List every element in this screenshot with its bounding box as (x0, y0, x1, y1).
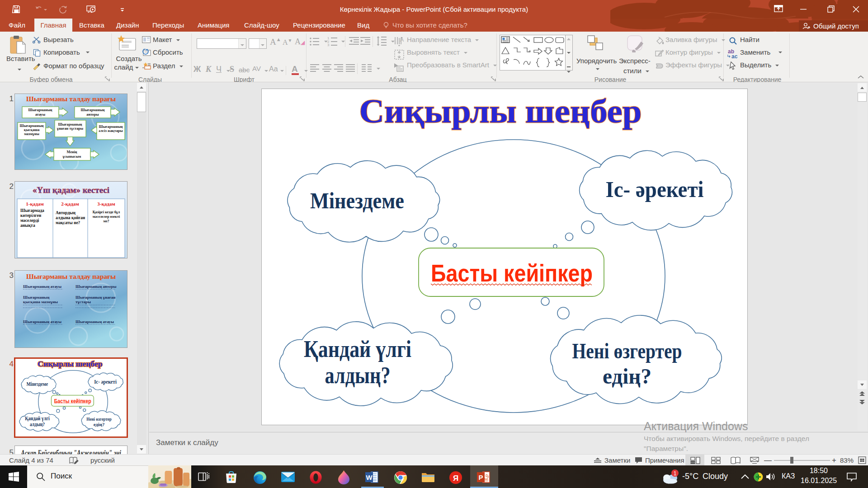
svg-text:қысқаша мазмұны: қысқаша мазмұны (23, 300, 58, 304)
svg-text:Шығарманың: Шығарманың (23, 295, 49, 300)
svg-text:әлсіз жақтары: әлсіз жақтары (99, 129, 123, 133)
svg-text:Шығарманың: Шығарманың (28, 108, 52, 112)
svg-text:Қазіргі кезде бұл: Қазіргі кезде бұл (93, 210, 120, 214)
svg-text:мазмұны: мазмұны (24, 132, 39, 136)
svg-text:Шығарманың: Шығарманың (19, 124, 43, 128)
svg-text:едің?: едің? (603, 364, 651, 388)
svg-text:Шығарманың атауы: Шығарманың атауы (23, 319, 61, 324)
svg-text:P: P (478, 474, 483, 481)
svg-text:ме?: ме? (104, 219, 109, 223)
svg-text:Шығарманың ұнаған: Шығарманың ұнаған (75, 295, 116, 300)
svg-text:атауы: атауы (35, 113, 46, 117)
svg-text:1-қадам: 1-қадам (26, 201, 44, 206)
svg-text:Нені өзгертер: Нені өзгертер (572, 339, 682, 363)
svg-text:Сиқырлы шеңбер: Сиқырлы шеңбер (359, 92, 642, 130)
svg-text:ұнаған тұстары: ұнаған тұстары (57, 127, 84, 131)
svg-text:Шығарманың: Шығарманың (58, 122, 82, 127)
svg-text:Шығармада: Шығармада (20, 208, 44, 213)
svg-text:Іс- әрекеті: Іс- әрекеті (606, 177, 704, 202)
svg-text:Шығарманың: Шығарманың (80, 108, 104, 112)
svg-text:«Үш қадам» кестесі: «Үш қадам» кестесі (33, 185, 109, 195)
svg-text:3-қадам: 3-қадам (97, 201, 115, 206)
svg-text:авторы: авторы (86, 113, 99, 117)
svg-text:ac: ac (731, 53, 738, 59)
svg-text:Автордың: Автордың (56, 211, 75, 215)
svg-text:Шығарманың атауы: Шығарманың атауы (23, 284, 61, 289)
svg-text:тұстары: тұстары (75, 300, 91, 304)
svg-text:қысқаша: қысқаша (24, 128, 40, 132)
svg-text:алдың?: алдың? (325, 362, 391, 388)
svg-text:Шығарманы талдау парағы: Шығарманы талдау парағы (26, 272, 116, 280)
svg-text:1: 1 (674, 470, 677, 477)
svg-text:Я: Я (453, 474, 458, 483)
svg-text:А: А (400, 37, 404, 43)
svg-text:Басты кейіпкер: Басты кейіпкер (431, 260, 593, 286)
svg-text:алдына қойған: алдына қойған (56, 216, 85, 220)
svg-text:мәселерді: мәселерді (20, 218, 39, 223)
svg-text:Мінездеме: Мінездеме (310, 188, 404, 213)
svg-text:2-қадам: 2-қадам (61, 201, 79, 206)
svg-text:W: W (366, 474, 373, 481)
svg-text:ұсынысым: ұсынысым (63, 155, 81, 159)
svg-text:Қандай үлгі: Қандай үлгі (304, 336, 411, 362)
svg-text:3: 3 (327, 43, 330, 46)
svg-text:мақсаты не?: мақсаты не? (56, 221, 80, 225)
svg-text:Шығарманың: Шығарманың (99, 125, 123, 129)
svg-text:Менің: Менің (67, 150, 77, 154)
svg-text:Шығарманың авторы: Шығарманың авторы (75, 284, 117, 289)
svg-text:Шығарманың атауы: Шығарманың атауы (75, 319, 114, 324)
svg-text:мәселелер өзекті: мәселелер өзекті (93, 215, 120, 219)
svg-text:анықта: анықта (20, 223, 35, 228)
svg-text:Шығарманы талдау парағы: Шығарманы талдау парағы (26, 95, 116, 103)
svg-text:көтерілген: көтерілген (20, 213, 42, 218)
